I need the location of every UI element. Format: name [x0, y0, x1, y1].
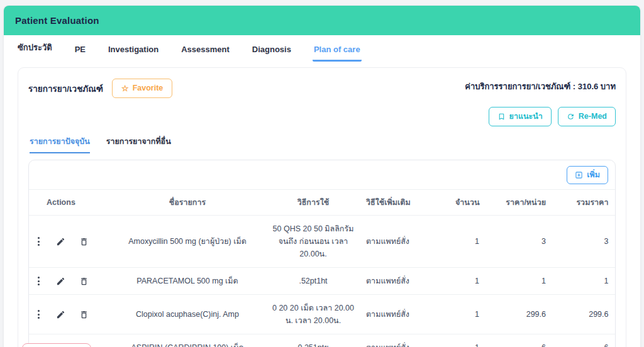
column-item-name: ชื่อรายการ — [109, 190, 265, 216]
app-header: Patient Evaluation — [4, 6, 640, 35]
unit-price-cell: 1 — [491, 268, 557, 295]
favorite-label: Favorite — [133, 84, 164, 92]
delete-icon[interactable] — [79, 237, 89, 246]
more-actions-icon[interactable] — [35, 309, 42, 320]
item-name-cell: Clopixol acuphase(C)inj. Amp — [109, 295, 265, 334]
extra-usage-cell: ตามแพทย์สั่ง — [361, 334, 450, 347]
patient-evaluation-card: Patient Evaluation ซักประวัติ PE Investi… — [3, 5, 641, 347]
table-row: ASPIRIN (CARDIPRIN 100) เม็ด 0.251ptย ตา… — [29, 334, 616, 347]
table-header-row: Actions ชื่อรายการ วิธีการใช้ วิธีใช้เพิ… — [29, 190, 616, 216]
medication-sub-tabs: รายการยาปัจจุบัน รายการยาจากที่อื่น — [28, 135, 616, 153]
usage-cell: .52pt1ht — [265, 268, 361, 295]
delete-icon[interactable] — [79, 277, 89, 286]
refresh-icon — [567, 113, 575, 121]
page: Patient Evaluation ซักประวัติ PE Investi… — [0, 0, 644, 347]
extra-usage-cell: ตามแพทย์สั่ง — [361, 268, 450, 295]
medication-table-card: เพิ่ม Actions ชื่อรายการ วิธีการใช้ วิธี… — [28, 160, 616, 347]
add-medication-button[interactable]: เพิ่ม — [567, 166, 608, 184]
extra-usage-cell: ตามแพทย์สั่ง — [361, 216, 450, 268]
table-row: PARACETAMOL 500 mg เม็ด .52pt1ht ตามแพทย… — [29, 268, 616, 295]
medication-table: Actions ชื่อรายการ วิธีการใช้ วิธีใช้เพิ… — [29, 189, 616, 347]
edit-icon[interactable] — [56, 310, 65, 319]
medication-fee-total: ค่าบริการรายการยา/เวชภัณฑ์ : 310.6 บาท — [465, 76, 616, 93]
more-actions-icon[interactable] — [35, 275, 42, 287]
partial-bottom-button[interactable] — [22, 343, 91, 347]
table-row: Clopixol acuphase(C)inj. Amp 0 20 20 เม็… — [29, 295, 616, 334]
column-unit-price: ราคา/หน่วย — [491, 190, 557, 216]
quantity-cell: 1 — [450, 268, 491, 295]
tab-pe[interactable]: PE — [74, 38, 87, 62]
item-name-cell: ASPIRIN (CARDIPRIN 100) เม็ด — [109, 334, 265, 347]
total-price-cell: 6 — [557, 334, 616, 347]
tab-history[interactable]: ซักประวัติ — [16, 35, 53, 62]
unit-price-cell: 3 — [491, 216, 557, 268]
column-extra-usage: วิธีใช้เพิ่มเติม — [361, 190, 450, 216]
extra-usage-cell: ตามแพทย์สั่ง — [361, 295, 450, 334]
main-tabs: ซักประวัติ PE Investigation Assessment D… — [4, 35, 640, 62]
subtab-medications-from-elsewhere[interactable]: รายการยาจากที่อื่น — [106, 135, 171, 153]
tab-investigation[interactable]: Investigation — [107, 38, 160, 62]
subtab-current-medications[interactable]: รายการยาปัจจุบัน — [30, 135, 90, 153]
item-name-cell: Amoxycillin 500 mg (ยาผู้ป่วย) เม็ด — [109, 216, 265, 268]
re-med-button[interactable]: Re-Med — [558, 107, 616, 126]
bookmark-icon — [497, 113, 506, 121]
column-total-price: รวมราคา — [557, 190, 616, 216]
usage-cell: 0 20 20 เม็ด เวลา 20.00 น. เวลา 20.00น. — [265, 295, 361, 334]
plus-square-icon — [575, 171, 583, 179]
total-price-cell: 299.6 — [557, 295, 616, 334]
re-med-label: Re-Med — [579, 113, 607, 121]
table-row: Amoxycillin 500 mg (ยาผู้ป่วย) เม็ด 50 Q… — [29, 216, 616, 268]
favorite-button[interactable]: ☆ Favorite — [112, 79, 172, 98]
star-icon: ☆ — [121, 84, 129, 92]
delete-icon[interactable] — [79, 310, 89, 319]
column-quantity: จำนวน — [450, 190, 491, 216]
edit-icon[interactable] — [56, 277, 65, 286]
quantity-cell: 1 — [450, 216, 491, 268]
quantity-cell: 1 — [450, 334, 491, 347]
unit-price-cell: 6 — [491, 334, 557, 347]
item-name-cell: PARACETAMOL 500 mg เม็ด — [109, 268, 265, 295]
more-actions-icon[interactable] — [35, 236, 42, 247]
section-title: รายการยา/เวชภัณฑ์ — [28, 82, 103, 96]
page-title: Patient Evaluation — [15, 15, 99, 26]
tab-plan-of-care[interactable]: Plan of care — [313, 38, 362, 62]
total-price-cell: 3 — [557, 216, 616, 268]
usage-cell: 50 QHS 20 50 มิลลิกรัม จนถึง ก่อนนอน เวล… — [265, 216, 361, 268]
recommended-drugs-button[interactable]: ยาแนะนำ — [489, 107, 552, 126]
medication-section: รายการยา/เวชภัณฑ์ ☆ Favorite ค่าบริการรา… — [18, 67, 626, 347]
column-actions: Actions — [29, 190, 109, 216]
tab-assessment[interactable]: Assessment — [180, 38, 231, 62]
total-price-cell: 1 — [557, 268, 616, 295]
tab-diagnosis[interactable]: Diagnosis — [251, 38, 292, 62]
usage-cell: 0.251ptย — [265, 334, 361, 347]
add-label: เพิ่ม — [587, 171, 600, 179]
column-usage: วิธีการใช้ — [265, 190, 361, 216]
recommended-drugs-label: ยาแนะนำ — [509, 113, 543, 121]
edit-icon[interactable] — [56, 237, 65, 246]
unit-price-cell: 299.6 — [491, 295, 557, 334]
quantity-cell: 1 — [450, 295, 491, 334]
